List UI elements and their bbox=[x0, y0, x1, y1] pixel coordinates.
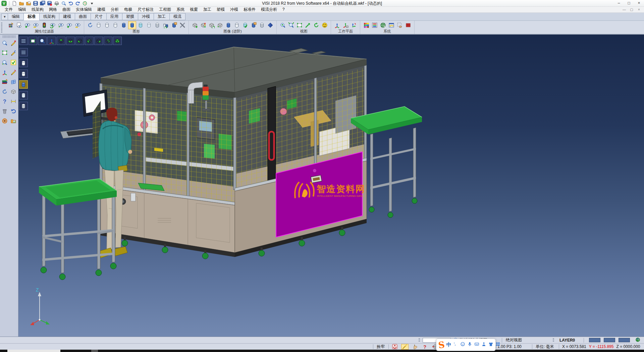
menu-建模[interactable]: 建模 bbox=[95, 7, 108, 12]
workplane-entity[interactable] bbox=[341, 21, 350, 29]
hidden-dashed-style[interactable] bbox=[111, 21, 119, 29]
close-button[interactable]: × bbox=[634, 0, 644, 7]
menu-冲模[interactable]: 冲模 bbox=[227, 7, 241, 12]
window-layout[interactable] bbox=[387, 21, 395, 29]
rotate-view[interactable] bbox=[312, 21, 320, 29]
filter-list[interactable] bbox=[15, 21, 23, 29]
ime-skin[interactable] bbox=[488, 342, 493, 348]
add-to-visible[interactable] bbox=[65, 21, 73, 29]
zoom-extents[interactable] bbox=[287, 21, 295, 29]
ime-punctuation[interactable]: ’, bbox=[453, 342, 458, 348]
view-top[interactable] bbox=[57, 37, 65, 45]
render-solid[interactable] bbox=[224, 21, 232, 29]
regenerate[interactable] bbox=[0, 87, 9, 96]
ime-voice[interactable] bbox=[467, 342, 472, 348]
tab-编辑[interactable]: 编辑 bbox=[8, 13, 24, 20]
snap-settings[interactable] bbox=[396, 21, 404, 29]
statusbar-grip-2[interactable] bbox=[553, 338, 554, 342]
render-validate[interactable] bbox=[241, 21, 249, 29]
delete-entities[interactable] bbox=[0, 107, 9, 115]
advanced-toggle[interactable]: +_ bbox=[216, 21, 224, 29]
mesh-style[interactable] bbox=[153, 21, 161, 29]
maximize-button[interactable]: □ bbox=[624, 0, 634, 7]
filter-traffic-light[interactable] bbox=[40, 21, 48, 29]
tab-尺寸[interactable]: 尺寸 bbox=[91, 13, 107, 20]
graphics-settings[interactable] bbox=[178, 21, 186, 29]
menu-尺寸标注[interactable]: 尺寸标注 bbox=[135, 7, 156, 12]
globe-icon[interactable] bbox=[635, 337, 640, 343]
view-face[interactable] bbox=[321, 21, 329, 29]
advanced-filter[interactable] bbox=[199, 21, 207, 29]
menu-分析[interactable]: 分析 bbox=[108, 7, 121, 12]
view-right[interactable] bbox=[94, 37, 103, 45]
tab-应用[interactable]: 应用 bbox=[107, 13, 122, 20]
tab-塑膜[interactable]: 塑膜 bbox=[122, 13, 138, 20]
menu-网格[interactable]: 网格 bbox=[46, 7, 60, 12]
advanced-add[interactable] bbox=[191, 21, 199, 29]
active-layer-indicator[interactable]: LAYER0 bbox=[559, 338, 575, 343]
tab-标准[interactable]: 标准 bbox=[24, 13, 40, 20]
tab-加工[interactable]: 加工 bbox=[154, 13, 170, 20]
hidden-line-style[interactable] bbox=[103, 21, 111, 29]
zoom-window[interactable] bbox=[296, 21, 304, 29]
color-table[interactable] bbox=[371, 21, 379, 29]
ime-keyboard[interactable] bbox=[474, 342, 479, 348]
wireframe-style[interactable] bbox=[95, 21, 103, 29]
multi-style[interactable] bbox=[162, 21, 170, 29]
snap-lock[interactable] bbox=[391, 344, 398, 350]
delete-sketch[interactable] bbox=[9, 39, 17, 47]
ime-emoji[interactable] bbox=[460, 342, 465, 348]
menu-编辑[interactable]: 编辑 bbox=[15, 7, 29, 12]
taskbar-window-segment[interactable] bbox=[7, 350, 60, 352]
tab-建模[interactable]: 建模 bbox=[59, 13, 75, 20]
search-entities[interactable] bbox=[0, 39, 9, 47]
menu-文件[interactable]: 文件 bbox=[2, 7, 15, 12]
ghost-style[interactable] bbox=[145, 21, 153, 29]
workplane-absolute[interactable] bbox=[333, 21, 341, 29]
grid-settings[interactable] bbox=[404, 21, 412, 29]
view-back[interactable] bbox=[104, 37, 112, 45]
sketch-spline[interactable] bbox=[9, 48, 17, 57]
query-help[interactable]: ? bbox=[421, 344, 429, 350]
view-menu[interactable] bbox=[19, 37, 28, 45]
layer-color-swatch-1[interactable] bbox=[589, 338, 600, 342]
menu-系统[interactable]: 系统 bbox=[174, 7, 187, 12]
menu-?[interactable]: ? bbox=[280, 7, 287, 12]
view-bottom[interactable] bbox=[66, 37, 75, 45]
render-mesh[interactable] bbox=[258, 21, 266, 29]
menu-视窗[interactable]: 视窗 bbox=[187, 7, 201, 12]
menu-线架构[interactable]: 线架构 bbox=[29, 7, 46, 12]
tab-模流[interactable]: 模流 bbox=[170, 13, 185, 20]
insert-image[interactable] bbox=[9, 117, 17, 125]
solid-preview[interactable] bbox=[9, 87, 17, 96]
tab-曲面[interactable]: 曲面 bbox=[75, 13, 91, 20]
view-iso[interactable] bbox=[113, 37, 122, 45]
copy-style[interactable] bbox=[170, 21, 178, 29]
taskbar-button-segment[interactable] bbox=[91, 350, 98, 352]
render-outline[interactable] bbox=[233, 21, 241, 29]
menu-工程图[interactable]: 工程图 bbox=[156, 7, 174, 12]
move-axes[interactable] bbox=[0, 68, 9, 76]
3d-viewport[interactable]: 智造资料网 INTELLIGENT MANUFACTURING DATA bbox=[18, 35, 644, 337]
sogou-logo-icon[interactable]: S bbox=[438, 339, 445, 350]
render-diamond[interactable] bbox=[266, 21, 274, 29]
style-shaded[interactable] bbox=[19, 80, 28, 89]
help-query[interactable]: ? bbox=[0, 97, 9, 105]
menu-电极[interactable]: 电极 bbox=[121, 7, 135, 12]
workplane-view[interactable] bbox=[350, 21, 358, 29]
layer-color-swatch-2[interactable] bbox=[604, 338, 615, 342]
zoom-dynamic[interactable] bbox=[38, 37, 47, 45]
layer-manager[interactable] bbox=[0, 78, 9, 86]
ime-account[interactable] bbox=[481, 342, 486, 348]
style-wireframe[interactable] bbox=[19, 59, 28, 67]
panel-grip[interactable] bbox=[3, 35, 15, 38]
show-entities[interactable] bbox=[23, 21, 32, 29]
statusbar-grip[interactable] bbox=[419, 338, 420, 342]
mdi-restore[interactable]: ▢ bbox=[628, 7, 635, 12]
view-front[interactable] bbox=[85, 37, 94, 45]
view-axonometric[interactable] bbox=[47, 37, 56, 45]
remove-from-visible[interactable] bbox=[74, 21, 82, 29]
ime-toolbox[interactable] bbox=[495, 342, 500, 348]
menu-模流分析[interactable]: 模流分析 bbox=[258, 7, 280, 12]
measure-distance[interactable] bbox=[9, 97, 17, 105]
